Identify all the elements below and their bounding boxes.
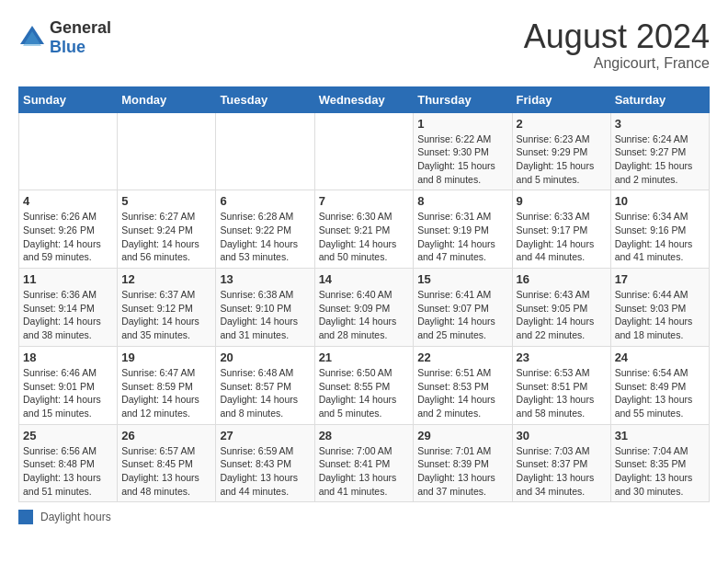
day-info: Sunrise: 6:59 AMSunset: 8:43 PMDaylight:… bbox=[220, 444, 310, 499]
day-info: Sunrise: 6:57 AMSunset: 8:45 PMDaylight:… bbox=[121, 444, 211, 499]
day-info: Sunrise: 6:23 AMSunset: 9:29 PMDaylight:… bbox=[517, 132, 607, 187]
day-info: Sunrise: 6:54 AMSunset: 8:49 PMDaylight:… bbox=[615, 366, 705, 420]
day-info: Sunrise: 6:26 AMSunset: 9:26 PMDaylight:… bbox=[23, 210, 113, 264]
day-info: Sunrise: 6:30 AMSunset: 9:21 PMDaylight:… bbox=[319, 210, 410, 264]
calendar-cell: 30Sunrise: 7:03 AMSunset: 8:37 PMDayligh… bbox=[512, 424, 610, 502]
day-number: 24 bbox=[615, 350, 705, 364]
day-info: Sunrise: 6:43 AMSunset: 9:05 PMDaylight:… bbox=[517, 288, 607, 342]
calendar-cell: 22Sunrise: 6:51 AMSunset: 8:53 PMDayligh… bbox=[414, 346, 512, 424]
day-number: 22 bbox=[417, 350, 507, 364]
day-info: Sunrise: 6:38 AMSunset: 9:10 PMDaylight:… bbox=[220, 288, 310, 342]
day-number: 15 bbox=[417, 272, 507, 286]
day-info: Sunrise: 6:53 AMSunset: 8:51 PMDaylight:… bbox=[517, 366, 607, 420]
subtitle: Angicourt, France bbox=[524, 55, 710, 72]
day-info: Sunrise: 6:36 AMSunset: 9:14 PMDaylight:… bbox=[23, 288, 113, 342]
calendar-cell: 29Sunrise: 7:01 AMSunset: 8:39 PMDayligh… bbox=[414, 424, 512, 502]
calendar-week-1: 1Sunrise: 6:22 AMSunset: 9:30 PMDaylight… bbox=[19, 112, 710, 190]
column-header-thursday: Thursday bbox=[414, 86, 512, 112]
calendar-cell: 20Sunrise: 6:48 AMSunset: 8:57 PMDayligh… bbox=[216, 346, 314, 424]
calendar-cell: 28Sunrise: 7:00 AMSunset: 8:41 PMDayligh… bbox=[314, 424, 414, 502]
calendar-cell: 4Sunrise: 6:26 AMSunset: 9:26 PMDaylight… bbox=[19, 190, 118, 269]
logo-text: General Blue bbox=[50, 18, 111, 57]
day-info: Sunrise: 6:28 AMSunset: 9:22 PMDaylight:… bbox=[220, 210, 310, 264]
day-info: Sunrise: 6:37 AMSunset: 9:12 PMDaylight:… bbox=[121, 288, 211, 342]
calendar-cell: 21Sunrise: 6:50 AMSunset: 8:55 PMDayligh… bbox=[314, 346, 414, 424]
day-number: 6 bbox=[220, 194, 310, 208]
calendar-cell: 23Sunrise: 6:53 AMSunset: 8:51 PMDayligh… bbox=[512, 346, 610, 424]
calendar-cell: 10Sunrise: 6:34 AMSunset: 9:16 PMDayligh… bbox=[610, 190, 709, 269]
day-number: 13 bbox=[220, 272, 310, 286]
day-info: Sunrise: 6:31 AMSunset: 9:19 PMDaylight:… bbox=[417, 210, 507, 264]
calendar-cell: 7Sunrise: 6:30 AMSunset: 9:21 PMDaylight… bbox=[314, 190, 414, 269]
calendar-cell: 19Sunrise: 6:47 AMSunset: 8:59 PMDayligh… bbox=[118, 346, 216, 424]
calendar-cell: 9Sunrise: 6:33 AMSunset: 9:17 PMDaylight… bbox=[512, 190, 610, 269]
day-number: 16 bbox=[517, 272, 607, 286]
logo-general: General bbox=[50, 18, 111, 37]
column-header-sunday: Sunday bbox=[19, 86, 118, 112]
calendar-cell: 18Sunrise: 6:46 AMSunset: 9:01 PMDayligh… bbox=[19, 346, 118, 424]
day-number: 31 bbox=[615, 429, 705, 442]
calendar-cell bbox=[118, 112, 216, 190]
day-number: 11 bbox=[23, 272, 113, 286]
calendar-cell: 31Sunrise: 7:04 AMSunset: 8:35 PMDayligh… bbox=[610, 424, 709, 502]
column-header-saturday: Saturday bbox=[610, 86, 709, 112]
day-info: Sunrise: 6:24 AMSunset: 9:27 PMDaylight:… bbox=[615, 132, 705, 187]
calendar-cell: 24Sunrise: 6:54 AMSunset: 8:49 PMDayligh… bbox=[610, 346, 709, 424]
day-number: 2 bbox=[517, 117, 607, 131]
day-number: 4 bbox=[23, 194, 113, 208]
logo-blue: Blue bbox=[50, 38, 85, 56]
day-info: Sunrise: 7:03 AMSunset: 8:37 PMDaylight:… bbox=[517, 444, 607, 499]
calendar-cell: 13Sunrise: 6:38 AMSunset: 9:10 PMDayligh… bbox=[216, 269, 314, 347]
day-number: 21 bbox=[319, 350, 410, 364]
day-number: 1 bbox=[417, 117, 507, 131]
day-number: 7 bbox=[319, 194, 410, 208]
day-info: Sunrise: 6:48 AMSunset: 8:57 PMDaylight:… bbox=[220, 366, 310, 420]
calendar-cell bbox=[216, 112, 314, 190]
column-header-tuesday: Tuesday bbox=[216, 86, 314, 112]
calendar-cell: 11Sunrise: 6:36 AMSunset: 9:14 PMDayligh… bbox=[19, 269, 118, 347]
day-number: 12 bbox=[121, 272, 211, 286]
day-info: Sunrise: 6:33 AMSunset: 9:17 PMDaylight:… bbox=[517, 210, 607, 264]
calendar-cell: 3Sunrise: 6:24 AMSunset: 9:27 PMDaylight… bbox=[610, 112, 709, 190]
title-block: August 2024 Angicourt, France bbox=[524, 18, 710, 72]
legend-box bbox=[18, 510, 33, 524]
day-number: 27 bbox=[220, 429, 310, 442]
calendar-cell bbox=[19, 112, 118, 190]
calendar-cell: 26Sunrise: 6:57 AMSunset: 8:45 PMDayligh… bbox=[118, 424, 216, 502]
calendar-cell: 2Sunrise: 6:23 AMSunset: 9:29 PMDaylight… bbox=[512, 112, 610, 190]
column-header-wednesday: Wednesday bbox=[314, 86, 414, 112]
column-header-friday: Friday bbox=[512, 86, 610, 112]
day-number: 8 bbox=[417, 194, 507, 208]
legend-label: Daylight hours bbox=[40, 511, 111, 523]
calendar-cell: 12Sunrise: 6:37 AMSunset: 9:12 PMDayligh… bbox=[118, 269, 216, 347]
day-info: Sunrise: 6:46 AMSunset: 9:01 PMDaylight:… bbox=[23, 366, 113, 420]
day-number: 26 bbox=[121, 429, 211, 442]
day-number: 29 bbox=[417, 429, 507, 442]
logo-icon bbox=[18, 24, 46, 52]
calendar-cell: 6Sunrise: 6:28 AMSunset: 9:22 PMDaylight… bbox=[216, 190, 314, 269]
calendar-week-4: 18Sunrise: 6:46 AMSunset: 9:01 PMDayligh… bbox=[19, 346, 710, 424]
day-number: 28 bbox=[319, 429, 410, 442]
logo: General Blue bbox=[18, 18, 111, 57]
day-number: 9 bbox=[517, 194, 607, 208]
calendar-table: SundayMondayTuesdayWednesdayThursdayFrid… bbox=[18, 86, 710, 503]
day-number: 20 bbox=[220, 350, 310, 364]
day-info: Sunrise: 6:41 AMSunset: 9:07 PMDaylight:… bbox=[417, 288, 507, 342]
calendar-cell: 25Sunrise: 6:56 AMSunset: 8:48 PMDayligh… bbox=[19, 424, 118, 502]
day-number: 17 bbox=[615, 272, 705, 286]
day-info: Sunrise: 6:34 AMSunset: 9:16 PMDaylight:… bbox=[615, 210, 705, 264]
day-info: Sunrise: 6:50 AMSunset: 8:55 PMDaylight:… bbox=[319, 366, 410, 420]
day-number: 5 bbox=[121, 194, 211, 208]
day-info: Sunrise: 6:40 AMSunset: 9:09 PMDaylight:… bbox=[319, 288, 410, 342]
calendar-cell: 16Sunrise: 6:43 AMSunset: 9:05 PMDayligh… bbox=[512, 269, 610, 347]
day-info: Sunrise: 6:56 AMSunset: 8:48 PMDaylight:… bbox=[23, 444, 113, 499]
day-number: 3 bbox=[615, 117, 705, 131]
calendar-week-3: 11Sunrise: 6:36 AMSunset: 9:14 PMDayligh… bbox=[19, 269, 710, 347]
calendar-cell: 8Sunrise: 6:31 AMSunset: 9:19 PMDaylight… bbox=[414, 190, 512, 269]
day-number: 10 bbox=[615, 194, 705, 208]
calendar-week-5: 25Sunrise: 6:56 AMSunset: 8:48 PMDayligh… bbox=[19, 424, 710, 502]
calendar-week-2: 4Sunrise: 6:26 AMSunset: 9:26 PMDaylight… bbox=[19, 190, 710, 269]
day-info: Sunrise: 7:00 AMSunset: 8:41 PMDaylight:… bbox=[319, 444, 410, 499]
main-title: August 2024 bbox=[524, 18, 710, 55]
day-info: Sunrise: 6:44 AMSunset: 9:03 PMDaylight:… bbox=[615, 288, 705, 342]
